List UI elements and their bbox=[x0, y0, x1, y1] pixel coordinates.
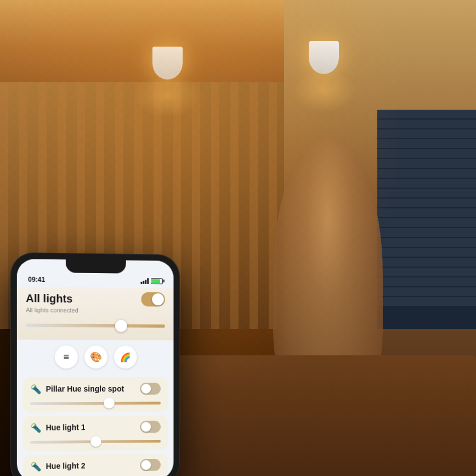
light-item-left-pillar: 🔦 Pillar Hue single spot bbox=[30, 383, 124, 394]
palette-icon: 🎨 bbox=[90, 351, 102, 363]
brightness-slider-thumb bbox=[115, 320, 127, 332]
app-title: All lights bbox=[26, 292, 72, 305]
pillar-slider-thumb bbox=[104, 398, 115, 409]
light-item-row-hue1: 🔦 Hue light 1 bbox=[30, 421, 161, 434]
pillar-slider[interactable] bbox=[30, 397, 161, 410]
signal-icon bbox=[140, 277, 149, 284]
light-item-pillar: 🔦 Pillar Hue single spot bbox=[22, 377, 168, 413]
light-item-hue2: 🔦 Hue light 2 bbox=[22, 454, 168, 476]
battery-fill bbox=[152, 279, 160, 283]
status-icons bbox=[140, 277, 162, 284]
app-title-row: All lights bbox=[26, 291, 165, 307]
light-item-left-hue2: 🔦 Hue light 2 bbox=[30, 461, 85, 472]
status-time: 09:41 bbox=[28, 276, 45, 284]
window bbox=[377, 110, 476, 329]
light-fixture-2 bbox=[291, 41, 356, 112]
light-name-hue2: Hue light 2 bbox=[46, 461, 86, 471]
list-icon: ≡ bbox=[64, 351, 70, 362]
hue2-toggle-thumb bbox=[141, 460, 151, 470]
all-lights-toggle[interactable] bbox=[141, 292, 165, 307]
phone-wrapper: 09:41 All lights bbox=[10, 252, 180, 476]
phone: 09:41 All lights bbox=[10, 252, 180, 476]
light-icon-hue1: 🔦 bbox=[30, 422, 41, 433]
pillar-slider-track bbox=[30, 401, 161, 405]
light-item-row-pillar: 🔦 Pillar Hue single spot bbox=[30, 383, 161, 395]
fixture-glow-2 bbox=[291, 69, 356, 112]
app-subtitle: All lights connected bbox=[26, 307, 165, 314]
phone-notch bbox=[66, 259, 126, 273]
hue1-slider[interactable] bbox=[30, 435, 161, 448]
fixture-glow-1 bbox=[134, 74, 200, 118]
color-wheel-icon: 🌈 bbox=[120, 352, 131, 362]
light-item-left-hue1: 🔦 Hue light 1 bbox=[30, 422, 85, 433]
brightness-slider[interactable] bbox=[26, 318, 165, 333]
app-header: All lights All lights connected bbox=[17, 287, 174, 341]
light-name-hue1: Hue light 1 bbox=[46, 423, 86, 432]
light-item-row-hue2: 🔦 Hue light 2 bbox=[30, 459, 161, 473]
hue1-slider-thumb bbox=[90, 436, 101, 447]
light-name-pillar: Pillar Hue single spot bbox=[46, 384, 124, 393]
light-icon-hue2: 🔦 bbox=[30, 461, 41, 472]
palette-button[interactable]: 🎨 bbox=[84, 345, 107, 369]
pillar-toggle-thumb bbox=[141, 384, 151, 394]
icon-toolbar: ≡ 🎨 🌈 bbox=[17, 339, 174, 374]
pillar-toggle[interactable] bbox=[140, 383, 160, 395]
hue1-toggle-thumb bbox=[141, 422, 151, 432]
phone-screen: 09:41 All lights bbox=[17, 259, 174, 476]
hue2-toggle[interactable] bbox=[140, 459, 160, 471]
all-lights-toggle-thumb bbox=[152, 293, 164, 305]
brightness-slider-track bbox=[26, 324, 165, 327]
light-fixture-1 bbox=[134, 47, 200, 118]
hue1-toggle[interactable] bbox=[140, 421, 160, 433]
light-icon-pillar: 🔦 bbox=[30, 384, 41, 394]
battery-icon bbox=[151, 278, 163, 284]
light-item-hue1: 🔦 Hue light 1 bbox=[22, 415, 168, 451]
color-wheel-button[interactable]: 🌈 bbox=[114, 345, 137, 369]
list-view-button[interactable]: ≡ bbox=[55, 345, 78, 369]
